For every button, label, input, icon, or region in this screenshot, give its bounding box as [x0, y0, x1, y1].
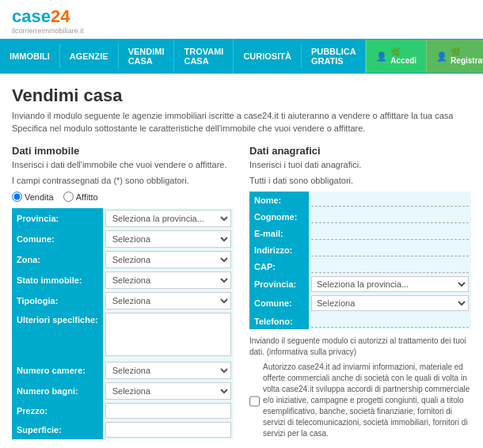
comune-label: Comune: — [12, 229, 103, 249]
email-row: E-mail: — [249, 225, 471, 241]
right-section-desc2: Tutti i dati sono obbligatori. — [249, 176, 471, 185]
superficie-input[interactable] — [105, 422, 231, 438]
nav-immobili[interactable]: IMMOBILI — [0, 44, 60, 69]
indirizzo-row: Indirizzo: — [249, 241, 471, 258]
zona-row: Zona: Seleziona — [12, 249, 234, 270]
two-col-layout: Dati immobile Inserisci i dati dell'immo… — [12, 145, 471, 439]
num-bagni-select[interactable]: Seleziona — [105, 382, 231, 400]
tipologia-row: Tipologia: Seleziona — [12, 290, 234, 311]
stato-immobile-label: Stato immobile: — [12, 270, 103, 290]
num-bagni-label: Numero bagni: — [12, 381, 103, 401]
num-camere-row: Numero camere: Seleziona — [12, 360, 234, 381]
prezzo-label: Prezzo: — [12, 401, 103, 420]
indirizzo-label: Indirizzo: — [249, 241, 309, 258]
consent-text: Autorizzo case24.it ad inviarmi informaz… — [263, 362, 471, 439]
telefono-row: Telefono: — [249, 313, 471, 329]
email-label: E-mail: — [249, 225, 309, 241]
right-comune-label: Comune: — [249, 294, 309, 313]
cognome-input[interactable] — [311, 210, 469, 223]
nav-pubblica-gratis[interactable]: PUBBLICA GRATIS — [302, 39, 366, 74]
telefono-label: Telefono: — [249, 313, 309, 329]
provincia-input-cell: Seleziona la provincia... — [103, 208, 234, 229]
zona-select[interactable]: Seleziona — [105, 251, 231, 268]
stato-immobile-input-cell: Seleziona — [103, 270, 234, 290]
nome-input-cell — [309, 192, 471, 208]
num-bagni-input-cell: Seleziona — [103, 381, 234, 401]
radio-vendita[interactable] — [12, 192, 22, 202]
zona-label: Zona: — [12, 249, 103, 270]
nav-vendimi-casa[interactable]: VENDIMI CASA — [119, 39, 175, 74]
telefono-input[interactable] — [311, 314, 469, 328]
cognome-label: Cognome: — [249, 208, 309, 225]
cognome-input-cell — [309, 208, 471, 225]
right-section-desc1: Inserisci i tuoi dati anagrafici. — [249, 160, 471, 169]
accedi-button[interactable]: 👤 🌿 Accedi — [366, 40, 426, 73]
stato-immobile-row: Stato immobile: Seleziona — [12, 270, 234, 290]
nav-trovami-casa[interactable]: TROVAMI CASA — [174, 39, 234, 74]
telefono-input-cell — [309, 313, 471, 329]
left-form-table: Provincia: Seleziona la provincia... Com… — [12, 208, 234, 439]
left-column: Dati immobile Inserisci i dati dell'immo… — [12, 145, 234, 439]
radio-affitto-text: Affitto — [76, 192, 98, 202]
comune-row: Comune: Seleziona — [12, 229, 234, 249]
left-section-title: Dati immobile — [12, 145, 234, 157]
cap-label: CAP: — [249, 258, 309, 275]
nav-right: 👤 🌿 Accedi 👤 🌿 Registrati — [366, 40, 483, 73]
prezzo-input-cell — [103, 401, 234, 420]
provincia-row: Provincia: Seleziona la provincia... — [12, 208, 234, 229]
intro2: Specifica nel modulo sottostante le cara… — [12, 123, 471, 133]
right-comune-select[interactable]: Seleziona — [311, 295, 469, 311]
nav-curiosita[interactable]: CURIOSITÀ — [234, 44, 302, 69]
right-section-title: Dati anagrafici — [249, 145, 471, 157]
tipologia-label: Tipologia: — [12, 290, 103, 311]
logo-sub: ilcorrierreimmobiliare.it — [12, 27, 84, 35]
tipologia-select[interactable]: Seleziona — [105, 292, 231, 309]
main-content: Vendimi casa Inviando il modulo seguente… — [0, 74, 483, 448]
left-section-desc1: Inserisci i dati dell'immobile che vuoi … — [12, 160, 234, 169]
radio-affitto[interactable] — [63, 192, 74, 202]
provincia-label: Provincia: — [12, 208, 103, 229]
header: case24 ilcorrierreimmobiliare.it — [0, 0, 483, 39]
registrati-button[interactable]: 👤 🌿 Registrati — [426, 40, 483, 73]
num-camere-label: Numero camere: — [12, 360, 103, 381]
left-section-desc2: I campi contrassegnati da (*) sono obbli… — [12, 176, 234, 185]
indirizzo-input[interactable] — [311, 243, 469, 256]
radio-vendita-label[interactable]: Vendita — [12, 192, 54, 202]
right-provincia-row: Provincia: Seleziona la provincia... — [249, 275, 471, 294]
right-form-table: Nome: Cognome: E-mail: — [249, 192, 471, 329]
nome-input[interactable] — [311, 193, 469, 207]
ulteriori-textarea[interactable] — [105, 313, 231, 356]
ulteriori-row: Ulteriori specifiche: — [12, 311, 234, 360]
radio-affitto-label[interactable]: Affitto — [63, 192, 98, 202]
num-camere-select[interactable]: Seleziona — [105, 362, 231, 379]
email-input-cell — [309, 225, 471, 241]
cognome-row: Cognome: — [249, 208, 471, 225]
email-input[interactable] — [311, 226, 469, 240]
superficie-label: Superficie: — [12, 420, 103, 439]
privacy-text: Inviando il seguente modulo ci autorizzi… — [249, 336, 471, 358]
consent-checkbox[interactable] — [249, 363, 260, 439]
user-icon: 👤 — [376, 51, 387, 62]
cap-row: CAP: — [249, 258, 471, 275]
cap-input[interactable] — [311, 260, 469, 273]
prezzo-input[interactable] — [105, 403, 231, 419]
radio-vendita-text: Vendita — [25, 192, 54, 202]
intro1: Inviando il modulo seguente le agenzie i… — [12, 111, 471, 120]
tipologia-input-cell: Seleziona — [103, 290, 234, 311]
ulteriori-label: Ulteriori specifiche: — [12, 311, 103, 360]
vendita-affitto-radio: Vendita Affitto — [12, 192, 234, 202]
comune-select[interactable]: Seleziona — [105, 230, 231, 248]
nome-row: Nome: — [249, 192, 471, 208]
stato-immobile-select[interactable]: Seleziona — [105, 271, 231, 289]
page-title: Vendimi casa — [12, 85, 471, 106]
nav-agenzie[interactable]: AGENZIE — [60, 44, 119, 69]
provincia-select[interactable]: Seleziona la provincia... — [105, 210, 231, 227]
ulteriori-input-cell — [103, 311, 234, 360]
num-bagni-row: Numero bagni: Seleziona — [12, 381, 234, 401]
right-comune-row: Comune: Seleziona — [249, 294, 471, 313]
right-provincia-select[interactable]: Seleziona la provincia... — [311, 276, 469, 292]
main-nav: IMMOBILI AGENZIE VENDIMI CASA TROVAMI CA… — [0, 39, 483, 74]
register-icon: 👤 — [436, 51, 447, 62]
right-provincia-label: Provincia: — [249, 275, 309, 294]
comune-input-cell: Seleziona — [103, 229, 234, 249]
